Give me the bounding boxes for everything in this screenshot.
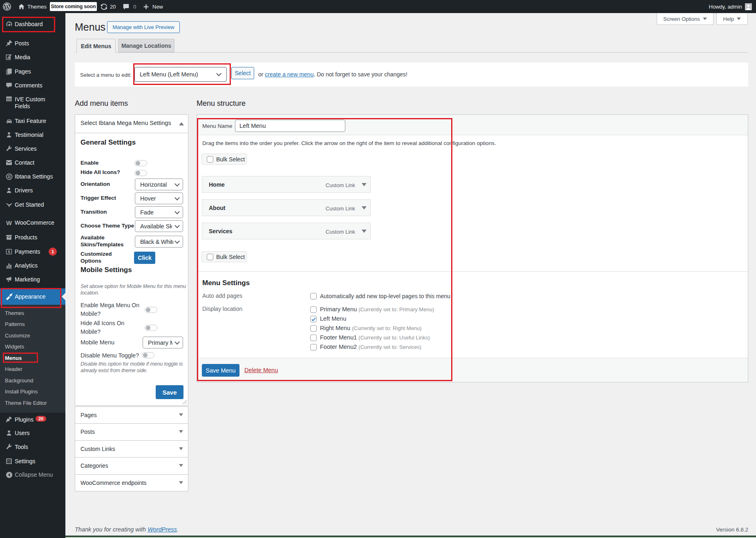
svg-text:$: $ (8, 249, 10, 254)
